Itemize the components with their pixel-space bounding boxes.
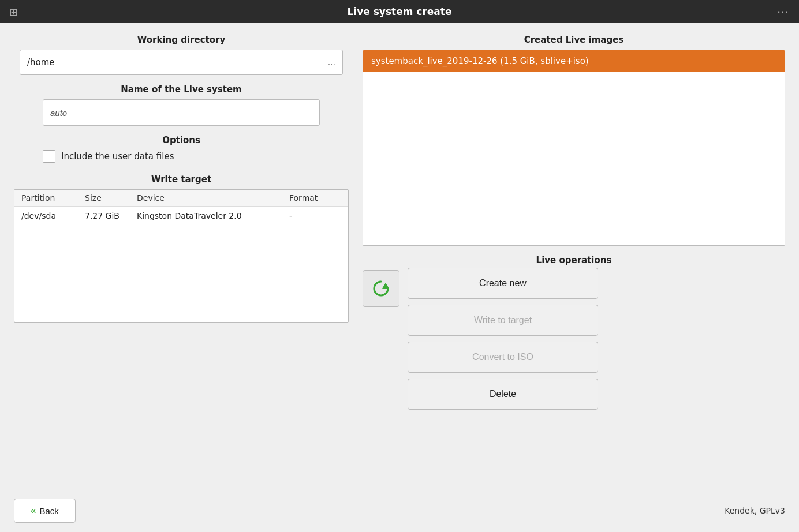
include-user-data-row: Include the user data files xyxy=(43,150,320,163)
live-images-section: Created Live images systemback_live_2019… xyxy=(363,35,785,246)
titlebar: ⊞ Live system create ⋯ xyxy=(0,0,799,23)
live-images-label: Created Live images xyxy=(363,35,785,45)
working-directory-box: /home ... xyxy=(20,50,343,75)
window-menu-icon[interactable]: ⋯ xyxy=(777,5,790,18)
cell-format: - xyxy=(289,211,341,220)
refresh-icon xyxy=(371,278,391,299)
right-bottom: Live operations Create new Write xyxy=(363,255,785,410)
cell-device: Kingston DataTraveler 2.0 xyxy=(137,211,289,220)
back-button[interactable]: « Back xyxy=(14,499,76,523)
bottom-bar: « Back Kendek, GPLv3 xyxy=(0,492,799,532)
col-format: Format xyxy=(289,193,341,203)
table-header: Partition Size Device Format xyxy=(14,190,348,207)
window-title: Live system create xyxy=(348,6,452,17)
table-body: /dev/sda 7.27 GiB Kingston DataTraveler … xyxy=(14,207,348,322)
refresh-col xyxy=(363,268,399,307)
col-device: Device xyxy=(137,193,289,203)
pin-icon: ⊞ xyxy=(9,6,18,18)
right-panel: Created Live images systemback_live_2019… xyxy=(363,35,785,486)
back-chevrons-icon: « xyxy=(31,505,36,516)
name-section: Name of the Live system xyxy=(14,84,349,126)
live-images-list: systemback_live_2019-12-26 (1.5 GiB, sbl… xyxy=(363,50,785,246)
left-panel: Working directory /home ... Name of the … xyxy=(14,35,349,486)
write-target-section: Write target Partition Size Device Forma… xyxy=(14,174,349,323)
col-size: Size xyxy=(85,193,137,203)
ops-col: Create new Write to target Convert to IS… xyxy=(408,268,785,410)
cell-partition: /dev/sda xyxy=(21,211,85,220)
working-directory-value: /home xyxy=(27,57,55,68)
write-target-label: Write target xyxy=(151,174,211,185)
include-user-data-checkbox[interactable] xyxy=(43,150,55,163)
write-target-table: Partition Size Device Format /dev/sda 7.… xyxy=(14,189,349,323)
working-directory-section: Working directory /home ... xyxy=(14,35,349,75)
options-label: Options xyxy=(162,135,200,145)
refresh-and-ops: Create new Write to target Convert to IS… xyxy=(363,268,785,410)
cell-size: 7.27 GiB xyxy=(85,211,137,220)
col-partition: Partition xyxy=(21,193,85,203)
back-label: Back xyxy=(39,506,58,516)
live-image-item[interactable]: systemback_live_2019-12-26 (1.5 GiB, sbl… xyxy=(363,50,785,72)
convert-to-iso-button[interactable]: Convert to ISO xyxy=(408,342,598,373)
delete-button[interactable]: Delete xyxy=(408,379,598,410)
working-directory-label: Working directory xyxy=(137,35,225,45)
operations-label: Live operations xyxy=(363,255,785,265)
name-input[interactable] xyxy=(43,99,320,126)
options-section: Options Include the user data files xyxy=(14,135,349,163)
create-new-button[interactable]: Create new xyxy=(408,268,598,299)
browse-button[interactable]: ... xyxy=(328,58,335,67)
main-content: Working directory /home ... Name of the … xyxy=(0,23,799,492)
refresh-button[interactable] xyxy=(363,270,399,307)
svg-marker-0 xyxy=(382,283,389,289)
table-row[interactable]: /dev/sda 7.27 GiB Kingston DataTraveler … xyxy=(14,207,348,225)
name-label: Name of the Live system xyxy=(121,84,241,95)
footer-credit: Kendek, GPLv3 xyxy=(725,506,785,515)
write-to-target-button[interactable]: Write to target xyxy=(408,305,598,336)
include-user-data-label: Include the user data files xyxy=(61,151,174,162)
